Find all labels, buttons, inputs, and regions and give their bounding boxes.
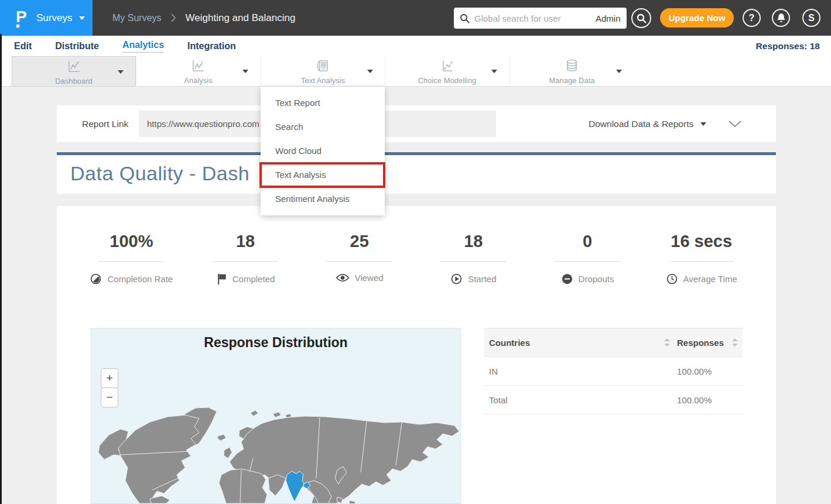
column-header-countries[interactable]: Countries: [489, 338, 677, 348]
stat-label: Dropouts: [579, 274, 614, 284]
countries-table-header: Countries Responses: [484, 328, 743, 357]
divider: [440, 261, 506, 262]
stat-label: Started: [468, 274, 496, 284]
search-icon: [460, 13, 470, 23]
text-report-icon: [316, 59, 330, 73]
country-cell: IN: [489, 366, 677, 376]
text-analysis-menu: Text Report Search Word Cloud Text Analy…: [261, 87, 385, 215]
surveys-menu-button[interactable]: P Surveys: [0, 0, 93, 36]
breadcrumb-my-surveys[interactable]: My Surveys: [112, 13, 162, 23]
country-cell: Total: [489, 395, 677, 405]
report-link-panel: Report Link Download Data & Reports: [57, 105, 776, 142]
menu-item-text-report[interactable]: Text Report: [261, 91, 385, 115]
nav-item-edit[interactable]: Edit: [14, 41, 32, 52]
tab-manage-data[interactable]: Manage Data: [509, 56, 634, 87]
help-button[interactable]: ?: [743, 9, 761, 27]
stat-average-time: 16 secs Average Time: [644, 232, 758, 287]
stat-label: Average Time: [683, 274, 737, 284]
chevron-down-icon: [79, 16, 85, 20]
download-data-reports-dropdown[interactable]: Download Data & Reports: [589, 105, 706, 142]
flag-icon: [216, 273, 227, 285]
world-map[interactable]: [91, 328, 461, 503]
stat-completion-rate: 100% Completion Rate: [74, 232, 189, 287]
tab-label: Manage Data: [510, 76, 634, 85]
search-scope-label: Admin: [596, 13, 621, 23]
questionpro-analytics-screen: P Surveys My Surveys Weighting and Balan…: [0, 0, 831, 504]
half-circle-icon: [90, 273, 102, 285]
choice-modelling-icon: [440, 59, 454, 73]
tab-label: Dashboard: [12, 77, 135, 85]
tab-text-analysis[interactable]: Text Analysis: [261, 56, 385, 87]
annotation-highlight-box: [259, 162, 385, 188]
tab-choice-modelling[interactable]: Choice Modelling: [385, 56, 509, 87]
stat-value: 18: [416, 232, 531, 251]
tab-dashboard[interactable]: Dashboard: [12, 56, 136, 87]
survey-nav: Edit Distribute Analytics Integration Re…: [0, 36, 831, 56]
divider: [213, 261, 278, 262]
stat-value: 100%: [74, 232, 189, 251]
global-search-main: Admin: [454, 8, 627, 29]
menu-item-search[interactable]: Search: [261, 115, 385, 139]
table-row: IN 100.00%: [484, 357, 743, 386]
search-submit-button[interactable]: [631, 8, 651, 28]
stat-started: 18 Started: [416, 232, 531, 287]
user-avatar[interactable]: S: [802, 9, 820, 27]
dashboard-panel: 100% Completion Rate 18: [57, 206, 776, 504]
notifications-button[interactable]: [772, 9, 790, 27]
chevron-down-icon: [616, 70, 622, 73]
breadcrumb: My Surveys Weighting and Balancing: [112, 0, 295, 36]
chevron-down-icon: [367, 70, 373, 73]
analysis-chart-icon: [191, 59, 206, 73]
nav-item-integration[interactable]: Integration: [187, 41, 236, 52]
chevron-down-icon: [700, 122, 706, 126]
global-search-input[interactable]: [474, 13, 591, 23]
page-title: Data Quality - Dash: [57, 155, 776, 185]
chevron-down-icon: [242, 70, 248, 73]
page-title-panel: Data Quality - Dash: [57, 152, 776, 194]
collapse-chevron-icon[interactable]: [729, 121, 741, 128]
stat-viewed: 25 Viewed: [302, 232, 416, 287]
window-edge-strip: [0, 34, 2, 504]
breadcrumb-current-survey: Weighting and Balancing: [186, 12, 296, 24]
surveys-label: Surveys: [36, 12, 72, 24]
stat-label: Viewed: [355, 273, 384, 283]
divider: [669, 261, 734, 262]
sort-icon: [732, 338, 738, 347]
tab-label: Choice Modelling: [385, 76, 509, 85]
stat-label: Completed: [232, 274, 275, 284]
divider: [98, 261, 164, 262]
countries-table: Countries Responses IN 100.00% Total: [484, 328, 743, 414]
eye-icon: [336, 273, 350, 283]
response-distribution-card: Response Distribution + −: [91, 328, 461, 504]
clock-icon: [666, 273, 678, 285]
responses-count: Responses: 18: [756, 36, 820, 56]
analytics-toolbar: Dashboard Analysis Text Analysis: [0, 56, 831, 87]
svg-text:P: P: [16, 8, 27, 26]
stat-value: 18: [189, 232, 303, 251]
menu-item-word-cloud[interactable]: Word Cloud: [261, 139, 385, 163]
chevron-down-icon: [118, 70, 124, 74]
dashboard-chart-icon: [67, 59, 81, 74]
divider: [327, 261, 392, 262]
tab-label: Text Analysis: [261, 76, 385, 85]
stat-label: Completion Rate: [107, 274, 173, 284]
tab-analysis[interactable]: Analysis: [136, 56, 260, 87]
column-header-responses[interactable]: Responses: [677, 338, 738, 348]
nav-item-analytics[interactable]: Analytics: [122, 40, 164, 53]
avatar-initial: S: [808, 13, 815, 23]
top-header: P Surveys My Surveys Weighting and Balan…: [0, 0, 831, 36]
responses-cell: 100.00%: [677, 366, 738, 376]
upgrade-now-button[interactable]: Upgrade Now: [660, 8, 734, 28]
report-link-label: Report Link: [82, 105, 128, 142]
menu-item-sentiment-analysis[interactable]: Sentiment Analysis: [261, 187, 385, 211]
stat-value: 0: [531, 232, 645, 251]
stat-value: 16 secs: [644, 232, 758, 251]
download-data-reports-label: Download Data & Reports: [589, 119, 693, 129]
global-search: Admin: [454, 8, 627, 29]
minus-circle-icon: [561, 273, 573, 285]
nav-item-distribute[interactable]: Distribute: [55, 41, 99, 52]
stats-row: 100% Completion Rate 18: [57, 206, 776, 287]
database-icon: [565, 59, 579, 73]
sort-icon: [664, 338, 670, 347]
responses-cell: 100.00%: [677, 395, 738, 405]
